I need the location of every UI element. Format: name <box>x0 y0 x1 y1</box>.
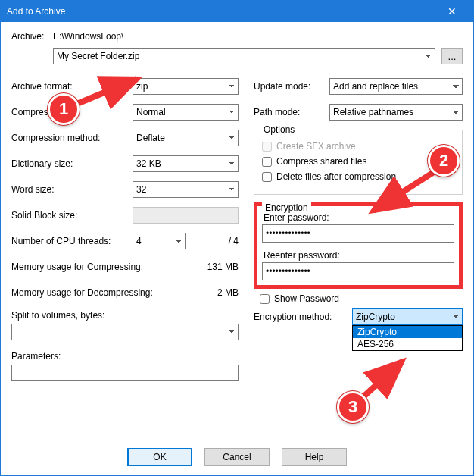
cancel-button[interactable]: Cancel <box>204 448 270 466</box>
update-select[interactable]: Add and replace files <box>329 78 463 95</box>
close-icon[interactable]: ✕ <box>437 5 467 17</box>
encmethod-label: Encryption method: <box>254 312 352 322</box>
footer: OK Cancel Help <box>1 448 473 466</box>
left-column: Archive format: zip Compressi Normal Com… <box>11 78 239 381</box>
split-select[interactable] <box>11 324 239 340</box>
threads-max: / 4 <box>186 236 239 246</box>
opt-shared[interactable]: Compress shared files <box>262 156 454 167</box>
browse-button[interactable]: ... <box>441 48 463 64</box>
pathmode-label: Path mode: <box>254 107 329 117</box>
titlebar: Add to Archive ✕ <box>1 1 473 22</box>
annotation-badge-1: 1 <box>48 93 80 125</box>
pathmode-select[interactable]: Relative pathnames <box>329 104 463 121</box>
archive-label: Archive: <box>11 31 53 42</box>
show-password[interactable]: Show Password <box>260 293 463 304</box>
params-input[interactable] <box>11 365 239 381</box>
encmethod-option-aes256[interactable]: AES-256 <box>353 338 462 350</box>
memdecomp-label: Memory usage for Decompressing: <box>11 287 163 298</box>
word-select[interactable]: 32 <box>133 181 239 198</box>
params-label: Parameters: <box>11 351 239 362</box>
encmethod-select[interactable]: ZipCrypto <box>352 308 463 325</box>
password-input[interactable] <box>262 224 454 243</box>
dict-label: Dictionary size: <box>11 158 133 169</box>
opt-sfx-checkbox <box>262 142 272 152</box>
memcomp-value: 131 MB <box>163 261 239 272</box>
threads-label: Number of CPU threads: <box>11 236 133 246</box>
memdecomp-value: 2 MB <box>163 287 239 298</box>
encryption-title: Encryption <box>262 202 311 213</box>
format-label: Archive format: <box>11 81 133 92</box>
format-select[interactable]: zip <box>133 78 239 95</box>
threads-select[interactable]: 4 <box>133 233 186 249</box>
update-label: Update mode: <box>254 81 329 92</box>
annotation-badge-2: 2 <box>428 145 460 177</box>
split-label: Split to volumes, bytes: <box>11 310 239 321</box>
encmethod-dropdown[interactable]: ZipCrypto AES-256 <box>352 325 463 351</box>
opt-shared-checkbox[interactable] <box>262 157 272 167</box>
archive-path: E:\WindowsLoop\ <box>53 31 123 42</box>
opt-delete-checkbox[interactable] <box>262 172 272 182</box>
help-button[interactable]: Help <box>282 448 347 466</box>
right-column: Update mode: Add and replace files Path … <box>254 78 463 381</box>
level-select[interactable]: Normal <box>133 104 239 121</box>
options-title: Options <box>260 124 298 135</box>
window-title: Add to Archive <box>7 6 65 17</box>
encmethod-option-zipcrypto[interactable]: ZipCrypto <box>353 326 462 338</box>
enter-pw-label: Enter password: <box>264 212 454 223</box>
ok-button[interactable]: OK <box>127 448 192 466</box>
method-select[interactable]: Deflate <box>133 130 239 146</box>
password-confirm-input[interactable] <box>262 262 454 280</box>
encryption-group: Encryption Enter password: Reenter passw… <box>254 202 463 289</box>
opt-sfx: Create SFX archive <box>262 141 454 152</box>
archive-filename-select[interactable]: My Secret Folder.zip <box>53 48 435 64</box>
show-password-checkbox[interactable] <box>260 294 270 304</box>
reenter-pw-label: Reenter password: <box>264 250 454 261</box>
opt-delete[interactable]: Delete files after compression <box>262 171 454 182</box>
dict-select[interactable]: 32 KB <box>133 155 239 172</box>
memcomp-label: Memory usage for Compressing: <box>11 261 163 272</box>
solid-select <box>133 207 239 224</box>
solid-label: Solid Block size: <box>11 210 133 221</box>
word-label: Word size: <box>11 184 133 195</box>
annotation-badge-3: 3 <box>337 391 369 423</box>
method-label: Compression method: <box>11 133 133 143</box>
